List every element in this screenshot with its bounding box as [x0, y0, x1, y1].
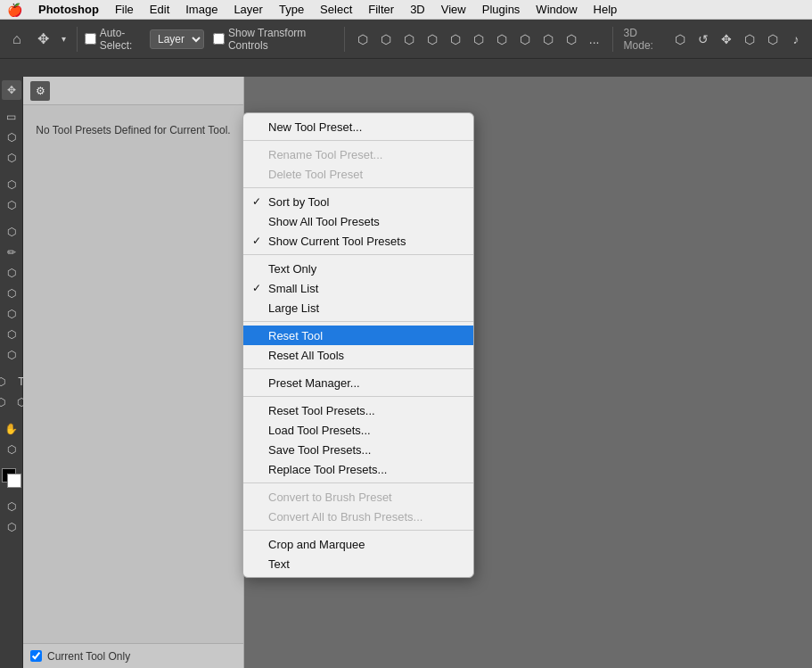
transform-label: Show Transform Controls	[228, 27, 337, 52]
tool-quick-mask[interactable]: ⬡	[2, 497, 21, 516]
menu-sep-2	[243, 187, 473, 188]
menu-new-tool-preset[interactable]: New Tool Preset...	[243, 117, 473, 136]
toolbar-divider-3	[612, 27, 613, 52]
menu-preset-manager-label: Preset Manager...	[268, 376, 455, 390]
menu-load-tool-presets[interactable]: Load Tool Presets...	[243, 420, 473, 440]
move-icon[interactable]: ✥	[32, 27, 55, 52]
3d-roll-btn[interactable]: ↺	[693, 29, 714, 50]
tool-move[interactable]: ✥	[2, 80, 21, 100]
menu-text-only[interactable]: Text Only	[243, 259, 473, 278]
menu-small-list[interactable]: Small List	[243, 278, 473, 298]
auto-select-label: Auto-Select:	[100, 27, 146, 52]
menu-reset-all-tools[interactable]: Reset All Tools	[243, 345, 473, 365]
tool-pen[interactable]: ⬡	[0, 372, 11, 392]
tool-spot-heal[interactable]: ⬡	[2, 222, 21, 242]
home-icon[interactable]: ⌂	[5, 27, 29, 52]
menu-show-current-presets[interactable]: Show Current Tool Presets	[243, 231, 473, 251]
background-color[interactable]	[7, 474, 21, 488]
tool-zoom[interactable]: ⬡	[2, 440, 21, 459]
menu-edit[interactable]: Edit	[143, 1, 176, 18]
menu-filter[interactable]: Filter	[361, 1, 401, 18]
presets-message: No Tool Presets Defined for Current Tool…	[23, 105, 243, 156]
menu-reset-all-tools-label: Reset All Tools	[268, 349, 455, 362]
menu-layer[interactable]: Layer	[226, 1, 270, 18]
presets-gear-btn[interactable]: ⚙	[30, 81, 50, 101]
menu-reset-tool-label: Reset Tool	[268, 329, 455, 342]
menu-sep-4	[243, 321, 473, 322]
menu-window[interactable]: Window	[529, 1, 584, 18]
3d-rotate-btn[interactable]: ⬡	[669, 29, 691, 50]
tool-crop[interactable]: ⬡	[2, 175, 21, 194]
tool-screen-mode[interactable]: ⬡	[2, 517, 21, 537]
more-btn[interactable]: ...	[584, 29, 605, 50]
menu-save-tool-presets[interactable]: Save Tool Presets...	[243, 440, 473, 459]
distribute-top-btn[interactable]: ⬡	[561, 29, 582, 50]
app-name[interactable]: Photoshop	[31, 1, 106, 18]
auto-select-input[interactable]	[85, 33, 96, 45]
menu-replace-tool-presets[interactable]: Replace Tool Presets...	[243, 459, 473, 479]
3d-mode-label: 3D Mode:	[624, 27, 666, 52]
menu-small-list-label: Small List	[268, 282, 455, 295]
tool-stamp[interactable]: ⬡	[2, 263, 21, 283]
apple-logo-icon[interactable]: 🍎	[7, 3, 22, 17]
menu-preset-manager[interactable]: Preset Manager...	[243, 373, 473, 392]
tool-marquee[interactable]: ▭	[2, 107, 21, 127]
menu-rename-tool-preset: Rename Tool Preset...	[243, 144, 473, 164]
context-menu: New Tool Preset... Rename Tool Preset...…	[242, 112, 474, 578]
menu-file[interactable]: File	[108, 1, 141, 18]
menu-delete-tool-preset: Delete Tool Preset	[243, 164, 473, 184]
menu-convert-all-brush-presets-label: Convert All to Brush Presets...	[268, 510, 455, 524]
distribute-center-btn[interactable]: ⬡	[514, 29, 536, 50]
align-right-btn[interactable]: ⬡	[398, 29, 420, 50]
3d-pan-btn[interactable]: ✥	[716, 29, 737, 50]
align-left-btn[interactable]: ⬡	[352, 29, 373, 50]
3d-audio-btn[interactable]: ♪	[785, 29, 807, 50]
distribute-left-btn[interactable]: ⬡	[491, 29, 513, 50]
align-middle-btn[interactable]: ⬡	[445, 29, 466, 50]
transform-input[interactable]	[213, 33, 225, 45]
menu-convert-all-brush-presets: Convert All to Brush Presets...	[243, 507, 473, 526]
distribute-right-btn[interactable]: ⬡	[537, 29, 559, 50]
auto-select-checkbox[interactable]: Auto-Select: Layer	[85, 27, 204, 52]
layer-select[interactable]: Layer	[150, 29, 204, 49]
menu-show-all-presets[interactable]: Show All Tool Presets	[243, 211, 473, 231]
menu-text[interactable]: Text	[243, 554, 473, 573]
menu-crop-marquee[interactable]: Crop and Marquee	[243, 534, 473, 554]
tool-hand[interactable]: ✋	[2, 419, 21, 439]
tool-eyedropper[interactable]: ⬡	[2, 195, 21, 215]
align-bottom-btn[interactable]: ⬡	[468, 29, 489, 50]
tool-gradient[interactable]: ⬡	[2, 325, 21, 344]
menu-type[interactable]: Type	[272, 1, 311, 18]
menu-reset-tool-presets[interactable]: Reset Tool Presets...	[243, 400, 473, 420]
tool-eraser[interactable]: ⬡	[2, 304, 21, 324]
menu-help[interactable]: Help	[586, 1, 625, 18]
menu-large-list[interactable]: Large List	[243, 298, 473, 318]
tool-lasso[interactable]: ⬡	[2, 128, 21, 147]
menu-sep-1	[243, 140, 473, 141]
align-center-btn[interactable]: ⬡	[375, 29, 397, 50]
transform-checkbox[interactable]: Show Transform Controls	[213, 27, 337, 52]
tool-brush[interactable]: ✏	[2, 243, 21, 262]
menu-view[interactable]: View	[434, 1, 473, 18]
tool-dodge[interactable]: ⬡	[2, 345, 21, 365]
menu-replace-tool-presets-label: Replace Tool Presets...	[268, 463, 455, 476]
menu-convert-brush-preset-label: Convert to Brush Preset	[268, 491, 455, 504]
color-swatch[interactable]	[2, 468, 21, 488]
3d-slide-btn[interactable]: ⬡	[739, 29, 760, 50]
menu-image[interactable]: Image	[178, 1, 225, 18]
current-tool-only-checkbox[interactable]	[30, 650, 42, 662]
menu-sep-8	[243, 530, 473, 531]
3d-buttons: ⬡ ↺ ✥ ⬡ ⬡ ♪	[669, 29, 807, 50]
align-top-btn[interactable]: ⬡	[422, 29, 443, 50]
tool-history-brush[interactable]: ⬡	[2, 284, 21, 303]
menu-convert-brush-preset: Convert to Brush Preset	[243, 487, 473, 507]
3d-scale-btn[interactable]: ⬡	[762, 29, 783, 50]
menu-plugins[interactable]: Plugins	[475, 1, 528, 18]
menu-select[interactable]: Select	[313, 1, 359, 18]
menu-sort-by-tool[interactable]: Sort by Tool	[243, 192, 473, 211]
menu-3d[interactable]: 3D	[403, 1, 432, 18]
move-dropdown-icon[interactable]: ▾	[58, 27, 70, 52]
tool-magic-wand[interactable]: ⬡	[2, 148, 21, 168]
tool-path[interactable]: ⬡	[0, 392, 11, 412]
menu-reset-tool[interactable]: Reset Tool	[243, 326, 473, 345]
